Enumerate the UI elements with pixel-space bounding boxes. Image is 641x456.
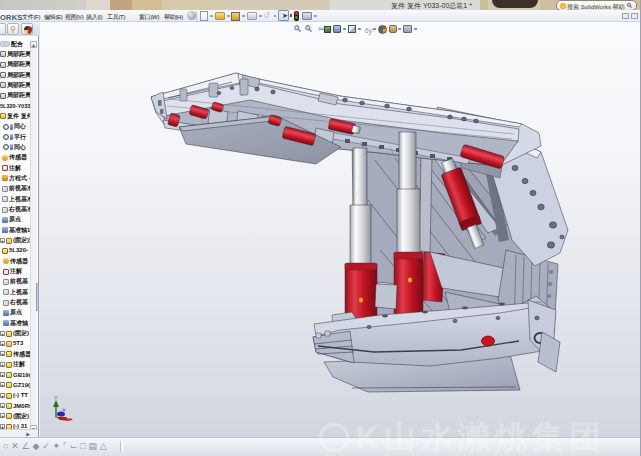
svg-text:Y: Y xyxy=(54,395,58,401)
